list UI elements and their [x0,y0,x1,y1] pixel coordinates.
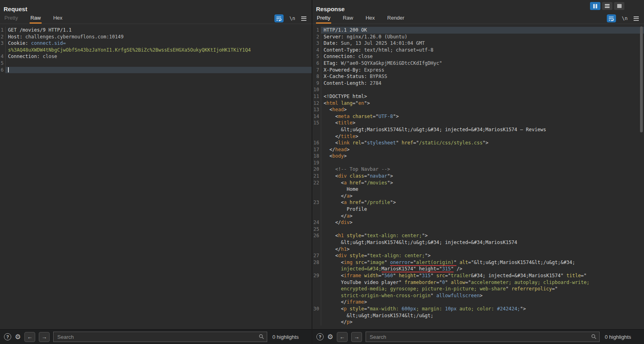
newline-toggle[interactable]: \n [622,16,628,21]
code-line[interactable]: </a> [312,213,644,220]
code-line[interactable]: strict-origin-when-cross-origin" allowfu… [312,292,644,299]
request-search-bar: ? ⚙ ← → 0 highlights [0,329,312,344]
code-line[interactable]: 19 [312,160,644,166]
next-match-button[interactable]: → [39,332,50,342]
highlights-count: 0 highlights [603,334,640,340]
code-line[interactable]: 22 <a href="/movies"> [312,180,644,186]
code-line[interactable]: 4Content-Type: text/html; charset=utf-8 [312,47,644,54]
line-number: 30 [312,306,321,312]
code-line[interactable]: 13 <head> [312,106,644,113]
code-line[interactable]: 1GET /movies/9 HTTP/1.1 [0,27,312,34]
code-line[interactable]: 26 <h1 style="text-align: center;"> [312,232,644,239]
newline-toggle[interactable]: \n [290,16,295,21]
code-line[interactable]: &lt;u&gt;MariosK1574&lt;/u&gt; [312,312,644,319]
code-line[interactable]: 3Date: Sun, 13 Jul 2025 14:01:04 GMT [312,40,644,47]
code-line[interactable]: &lt;u&gt;MariosK1574&lt;/u&gt;&#34; inje… [312,126,644,133]
line-number: 27 [312,252,321,259]
wrap-lines-button[interactable] [607,14,616,22]
code-line[interactable]: Home [312,186,644,193]
request-panel: Request Pretty Raw Hex \n 1GET /movies/9… [0,0,312,329]
code-line[interactable]: Profile [312,206,644,213]
search-input[interactable] [366,332,600,342]
line-number: 24 [312,219,321,226]
code-line[interactable]: 5 [0,60,312,67]
settings-icon[interactable]: ⚙ [15,334,21,340]
text-cursor [8,67,9,72]
line-number: 4 [0,53,6,60]
response-tab-hex[interactable]: Hex [365,13,376,24]
code-line[interactable]: 16 <link rel="stylesheet" href="/static/… [312,140,644,146]
wrap-lines-icon [608,16,614,21]
code-line[interactable]: 20 <!-- Top Navbar --> [312,166,644,173]
code-line[interactable]: </iframe> [312,299,644,306]
line-number: 14 [312,113,321,120]
previous-match-button[interactable]: ← [24,332,35,342]
code-line[interactable]: 28 <img src="image" onerror="alert(origi… [312,259,644,266]
search-field [366,332,600,342]
code-line[interactable]: 18 <body> [312,153,644,160]
request-editor[interactable]: 1GET /movies/9 HTTP/1.12Host: challenges… [0,26,312,329]
code-line[interactable]: 29 <iframe width="560" height="315" src=… [312,272,644,279]
code-line[interactable]: 27 <div style="text-align: center;"> [312,252,644,259]
line-number: 3 [312,40,321,47]
layout-single-button[interactable] [614,2,624,10]
code-line[interactable]: &lt;u&gt;MariosK1574&lt;/u&gt;&#34; inje… [312,239,644,246]
code-line[interactable]: 9Content-Length: 2784 [312,80,644,87]
code-line[interactable]: </h1> [312,246,644,253]
wrap-lines-button[interactable] [274,14,284,22]
code-line[interactable]: 4Connection: close [0,53,312,60]
request-tab-pretty[interactable]: Pretty [4,13,19,24]
code-line[interactable]: 24 </div> [312,219,644,226]
code-line[interactable]: 5Connection: close [312,53,644,60]
layout-rows-button[interactable] [602,2,612,10]
code-line[interactable]: 21 <div class="navbar"> [312,173,644,180]
code-line[interactable]: 14 <meta charset="UTF-8"> [312,113,644,120]
line-number [312,193,321,200]
scrollbar-thumb[interactable] [640,26,643,132]
code-line[interactable]: 6ETag: W/"ae0-5QYXaGkpjME6iGDtcCKdIfgDHy… [312,60,644,67]
code-line[interactable]: 23 <a href="/profile"> [312,199,644,206]
response-editor[interactable]: 1HTTP/1.1 200 OK2Server: nginx/1.26.0 (U… [312,26,644,329]
code-line[interactable]: 1HTTP/1.1 200 OK [312,27,644,34]
code-line[interactable]: 2Host: challenges.cybermouflons.com:1014… [0,34,312,40]
menu-icon[interactable] [301,16,306,21]
line-number: 10 [312,86,321,93]
help-icon[interactable]: ? [4,333,11,340]
code-line[interactable]: 11<!DOCTYPE html> [312,93,644,100]
code-line[interactable]: 15 <title> [312,120,644,126]
code-line[interactable]: </a> [312,193,644,200]
response-tab-raw[interactable]: Raw [342,13,354,24]
code-line[interactable]: 8X-Cache-Status: BYPASS [312,73,644,80]
code-line[interactable]: </title> [312,133,644,140]
code-line[interactable]: 2Server: nginx/1.26.0 (Ubuntu) [312,34,644,40]
code-line[interactable]: 12<html lang="en"> [312,100,644,107]
line-number: 28 [312,259,321,266]
code-line[interactable]: 25 [312,226,644,233]
code-line[interactable]: 10 [312,86,644,93]
code-line[interactable]: 30 <p style="max-width: 600px; margin: 1… [312,306,644,312]
code-line[interactable]: 17 </head> [312,146,644,153]
response-tab-pretty[interactable]: Pretty [316,13,331,24]
code-line[interactable]: 6 [0,67,312,74]
request-tab-raw[interactable]: Raw [30,13,42,24]
highlights-count: 0 highlights [271,334,308,340]
code-line[interactable]: injected=&#34;MariosK1574" height="315" … [312,266,644,272]
menu-icon[interactable] [634,16,639,21]
code-line[interactable]: </p> [312,319,644,326]
code-line[interactable]: 7X-Powered-By: Express [312,67,644,74]
layout-columns-button[interactable] [590,2,600,10]
search-input[interactable] [53,332,267,342]
code-line[interactable]: 3Cookie: connect.sid= [0,40,312,47]
line-number: 12 [312,100,321,107]
response-tabbar: Pretty Raw Hex Render \n [312,13,644,24]
line-number: 2 [312,34,321,40]
settings-icon[interactable]: ⚙ [327,334,333,340]
code-line[interactable]: s%3AQ48uXWDW4tNbgCjwObfSn43bzJaYonI1.Krf… [0,47,312,54]
response-tab-render[interactable]: Render [386,13,405,24]
help-icon[interactable]: ? [316,333,324,340]
request-tab-hex[interactable]: Hex [52,13,63,24]
code-line[interactable]: YouTube video player" frameborder="0" al… [312,279,644,286]
next-match-button[interactable]: → [351,332,362,342]
previous-match-button[interactable]: ← [337,332,348,342]
code-line[interactable]: encrypted-media; gyroscope; picture-in-p… [312,286,644,292]
